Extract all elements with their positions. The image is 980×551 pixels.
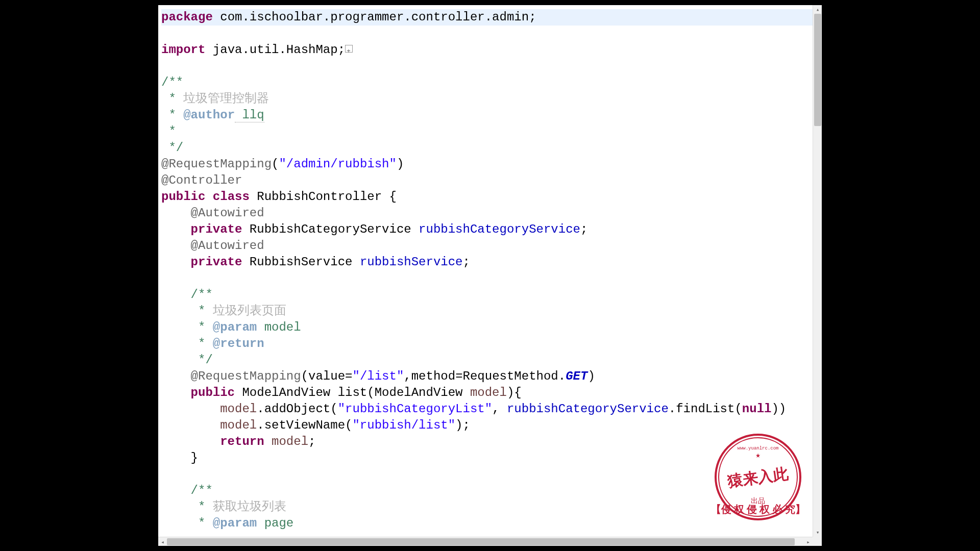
scroll-down-icon[interactable]: ▾	[813, 528, 822, 537]
scroll-up-icon[interactable]: ▴	[813, 5, 822, 14]
scrollbar-corner	[813, 537, 822, 546]
vertical-scrollbar[interactable]: ▴ ▾	[813, 5, 822, 537]
fold-icon[interactable]	[345, 45, 353, 53]
code-line: /**	[161, 74, 813, 91]
code-line: /**	[161, 287, 813, 303]
code-line: /**	[161, 483, 813, 499]
code-line: */	[161, 140, 813, 156]
code-line: * @param page	[161, 515, 813, 532]
code-line: @Autowired	[161, 238, 813, 254]
code-content[interactable]: package com.ischoolbar.programmer.contro…	[158, 5, 813, 537]
scroll-thumb[interactable]	[167, 538, 795, 545]
code-line: private RubbishService rubbishService;	[161, 254, 813, 270]
code-line: return model;	[161, 434, 813, 450]
code-line: model.setViewName("rubbish/list");	[161, 417, 813, 434]
code-line: * 获取垃圾列表	[161, 499, 813, 515]
code-editor: package com.ischoolbar.programmer.contro…	[158, 5, 822, 546]
scroll-thumb[interactable]	[814, 14, 821, 126]
code-line: @RequestMapping("/admin/rubbish")	[161, 156, 813, 172]
code-line	[161, 270, 813, 287]
code-line: * 垃圾管理控制器	[161, 91, 813, 107]
code-line	[161, 58, 813, 74]
code-line: @RequestMapping(value="/list",method=Req…	[161, 368, 813, 385]
code-line: * @author llq	[161, 107, 813, 123]
code-line: *	[161, 123, 813, 140]
code-line: */	[161, 352, 813, 368]
code-line: * @return	[161, 336, 813, 352]
code-line: @Controller	[161, 172, 813, 189]
code-line: @Autowired	[161, 205, 813, 221]
code-line: private RubbishCategoryService rubbishCa…	[161, 221, 813, 238]
code-line: public class RubbishController {	[161, 189, 813, 205]
code-line: * 垃圾列表页面	[161, 303, 813, 319]
code-line: import java.util.HashMap;	[161, 42, 813, 58]
code-line	[161, 26, 813, 42]
code-line: }	[161, 450, 813, 466]
code-line: public ModelAndView list(ModelAndView mo…	[161, 385, 813, 401]
scroll-left-icon[interactable]: ◂	[158, 537, 167, 546]
scroll-right-icon[interactable]: ▸	[804, 537, 813, 546]
horizontal-scrollbar[interactable]: ◂ ▸	[158, 537, 813, 546]
code-line: model.addObject("rubbishCategoryList", r…	[161, 401, 813, 417]
code-line: * @param model	[161, 319, 813, 336]
code-line	[161, 466, 813, 483]
code-line: package com.ischoolbar.programmer.contro…	[161, 9, 813, 26]
